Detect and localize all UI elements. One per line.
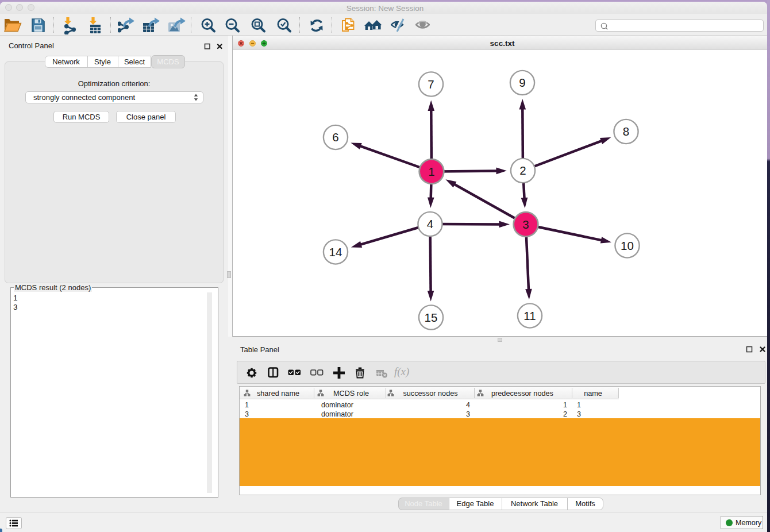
- svg-text:15: 15: [425, 311, 438, 324]
- svg-text:1: 1: [428, 165, 434, 178]
- svg-text:3: 3: [522, 218, 529, 231]
- svg-text:11: 11: [523, 309, 536, 322]
- svg-text:predecessor nodes: predecessor nodes: [491, 390, 553, 398]
- svg-text:10: 10: [621, 239, 634, 252]
- svg-text:2: 2: [519, 164, 526, 177]
- svg-text:name: name: [584, 390, 602, 398]
- svg-text:8: 8: [623, 125, 629, 138]
- svg-text:9: 9: [519, 76, 525, 89]
- svg-text:4: 4: [427, 217, 433, 230]
- svg-text:successor nodes: successor nodes: [403, 390, 457, 398]
- svg-text:6: 6: [332, 130, 338, 144]
- svg-text:shared name: shared name: [257, 390, 299, 398]
- svg-text:MCDS role: MCDS role: [333, 390, 369, 398]
- svg-text:14: 14: [329, 245, 342, 259]
- svg-text:7: 7: [428, 78, 434, 91]
